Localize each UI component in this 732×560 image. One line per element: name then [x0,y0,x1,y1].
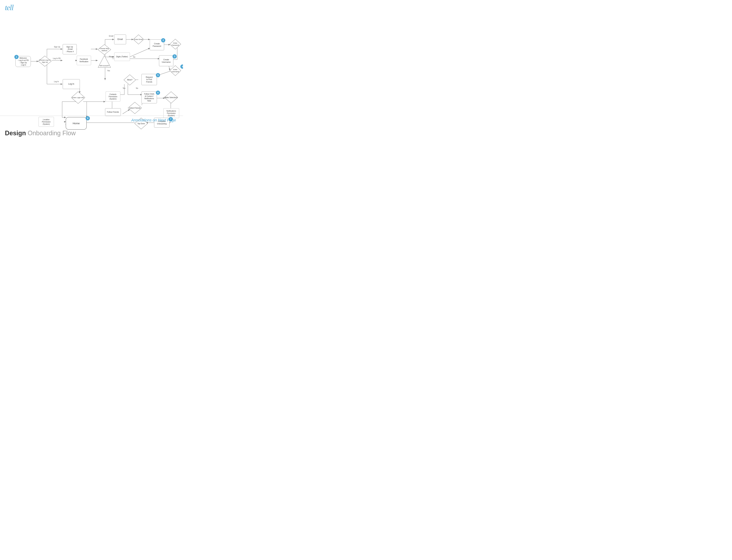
follow-chefs-box: Follow Chefs & Content / Notifications N… [142,91,157,103]
badge-7: 7 [169,117,173,121]
create-username-box: Create Username [159,55,173,66]
label-email: Email [109,35,113,37]
badge-8: 8 [86,116,90,120]
label-no2: No [136,87,138,89]
email-box: Email [114,35,126,44]
label-log-in: Log In [54,81,59,83]
label-sign-up: Sign Up [54,46,60,48]
badge-5: 5 [156,73,160,77]
enter-username-diamond: Enter Username [170,65,181,76]
log-in-box: Log In [63,79,80,89]
choose-reg-method-diamond: Choose Reg. Method [98,44,111,55]
label-log-in-fb: Log In FB [53,57,60,59]
notifications-permission-box: Notifications Permission (System) [163,108,179,118]
request-find-friends-box: Request to Find Friends [142,74,157,85]
enter-email-diamond: Enter Email [133,35,144,44]
footer-title: Design Onboarding Flow [5,129,76,137]
svg-line-7 [130,48,150,57]
digits-twitter-box: Digits (Twitter) [114,53,130,61]
facebook-verification-box: Facebook Verification [77,56,91,65]
label-no1: No [133,56,135,58]
enter-login-info-diamond: Enter Login Info [71,91,85,104]
label-yes1: Yes [107,70,110,72]
choose-login-signup-diamond: Choose Log In / Sign Up [38,56,52,67]
follow-friends-box: Follow Friends [105,108,121,116]
tell-account-triangle: Tell Account? [98,55,111,68]
allow-diamond: Allow? [124,74,136,85]
make-selections-diamond: Make Selections [164,91,178,103]
badge-2: 2 [161,38,165,42]
enter-password-diamond: Enter Password [170,39,181,49]
signup-email-phone-box: Sign Up - Email - Phone # [63,44,77,54]
home-box: Home [66,117,87,130]
location-permission-box: Location Permission (System) [39,117,54,127]
label-yes2: Yes [123,87,125,89]
badge-1: 1 [14,55,19,59]
badge-6: 6 [156,91,160,95]
select-friends-diamond: Select Friends [128,102,142,114]
badge-3: 3 [173,54,177,59]
contacts-permission-box: Contacts Permission (System) [106,91,120,102]
logo: tell [5,3,13,12]
diagram-area: Welcome - Log In w/ FB - Sign Up - Log I… [0,12,183,115]
